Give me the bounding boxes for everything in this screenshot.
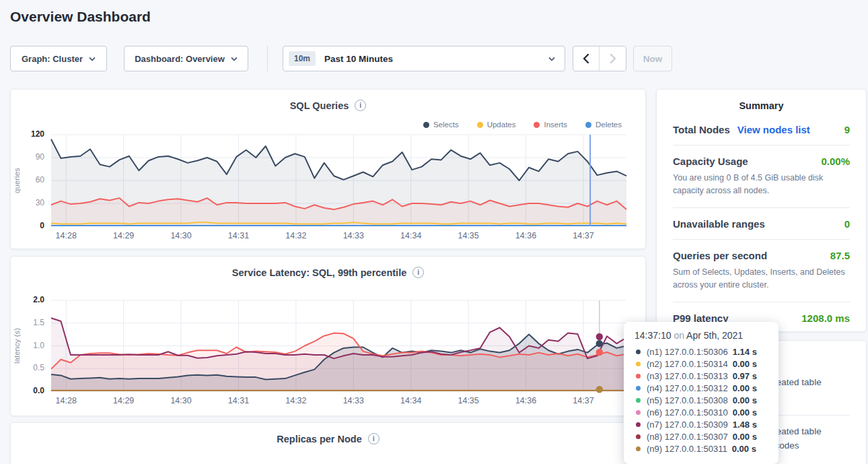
sql-queries-title: SQL Queries [290,100,349,111]
x-axis-tick: 14:29 [108,231,140,240]
y-axis-tick: 2.0 [33,295,44,304]
summary-label: Total Nodes [673,124,730,135]
tooltip-row: (n2) 127.0.0.1:503140.00 s [635,358,768,370]
y-axis-tick: 0 [40,221,44,230]
x-axis-tick: 14:30 [165,231,197,240]
x-axis-tick: 14:37 [567,396,600,405]
legend-label: Updates [487,121,516,129]
y-axis-tick: 30 [36,198,44,207]
sql-queries-chart[interactable]: 14:2814:2914:3014:3114:3214:3314:3414:35… [51,135,626,226]
view-nodes-list-link[interactable]: View nodes list [737,124,810,135]
node-address: (n3) 127.0.0.1:50313 [647,371,728,381]
legend-dot [534,122,540,128]
summary-value: 0.00% [821,156,850,167]
node-address: (n4) 127.0.0.1:50312 [647,383,728,393]
time-range-badge: 10m [289,51,316,66]
dashboard-dropdown-label: Dashboard: Overview [135,54,225,64]
tooltip-row: (n4) 127.0.0.1:503120.00 s [635,382,768,394]
replicas-title: Replicas per Node [277,434,362,444]
node-color-dot [636,350,641,354]
tooltip-row: (n6) 127.0.0.1:503100.00 s [635,406,768,418]
legend-item-updates[interactable]: Updates [477,121,516,129]
info-icon[interactable]: i [412,267,424,278]
hover-marker [596,333,603,340]
time-next-button[interactable] [600,46,626,71]
tooltip-row: (n1) 127.0.0.1:503061.14 s [635,345,768,358]
summary-row-total-nodes: Total Nodes View nodes list 9 [673,114,850,145]
chart-hover-tooltip: 14:37:10 on Apr 5th, 2021 (n1) 127.0.0.1… [624,322,779,464]
summary-panel: Summary Total Nodes View nodes list 9 Ca… [656,89,867,332]
node-color-dot [636,398,641,403]
chevron-down-icon [548,57,555,61]
x-axis-tick: 14:35 [452,396,484,405]
node-address: (n7) 127.0.0.1:50309 [647,420,728,430]
summary-title: Summary [657,90,866,114]
node-address: (n5) 127.0.0.1:50308 [647,395,728,405]
graph-dropdown[interactable]: Graph: Cluster [10,46,107,71]
x-axis-tick: 14:37 [567,231,600,240]
summary-row-qps: Queries per second 87.5 Sum of Selects, … [673,240,850,302]
x-axis-tick: 14:33 [337,396,369,405]
x-axis-tick: 14:35 [452,231,484,240]
y-axis-tick: 120 [31,129,44,139]
service-latency-chart[interactable]: 14:2814:2914:3014:3114:3214:3314:3414:35… [51,300,626,391]
replicas-card: Replicas per Node i [10,422,646,464]
legend-item-deletes[interactable]: Deletes [585,121,622,129]
node-color-dot [636,434,641,439]
summary-row-capacity: Capacity Usage 0.00% You are using 0 B o… [673,145,850,208]
time-range-dropdown[interactable]: 10m Past 10 Minutes [283,46,565,71]
chevron-left-icon [583,53,589,64]
page-title: Overview Dashboard [10,9,151,25]
hover-marker [596,340,603,347]
now-button[interactable]: Now [633,46,672,71]
x-axis-tick: 14:36 [510,231,542,240]
node-latency-value: 0.00 s [733,395,757,405]
service-latency-plot [51,300,626,391]
node-color-dot [636,446,641,451]
sql-queries-title-row: SQL Queries i [11,90,645,111]
node-latency-value: 0.00 s [732,444,756,454]
time-range-label: Past 10 Minutes [324,54,393,64]
summary-value: 1208.0 ms [801,312,850,324]
node-color-dot [636,410,641,415]
summary-value: 9 [844,124,850,135]
x-axis-tick: 14:32 [280,396,312,405]
service-latency-title: Service Latency: SQL, 99th percentile [232,267,407,278]
tooltip-rows: (n1) 127.0.0.1:503061.14 s(n2) 127.0.0.1… [635,345,768,455]
legend-item-inserts[interactable]: Inserts [534,121,567,129]
node-color-dot [636,374,641,378]
y-axis-tick: 60 [36,175,44,185]
summary-label: Capacity Usage [673,156,748,167]
y-axis-label: latency (s) [12,300,22,391]
y-axis-tick: 90 [36,152,44,162]
chevron-down-icon [89,57,96,61]
node-color-dot [636,386,641,391]
legend-dot [477,122,483,128]
info-icon[interactable]: i [355,100,366,111]
chevron-down-icon [231,57,238,61]
service-latency-title-row: Service Latency: SQL, 99th percentile i [11,257,645,278]
summary-desc: Sum of Selects, Updates, Inserts, and De… [673,266,850,292]
y-axis-tick: 0.0 [33,386,44,395]
legend-label: Deletes [595,121,622,129]
dashboard-dropdown[interactable]: Dashboard: Overview [124,46,248,71]
time-nav-group [573,46,626,71]
x-axis-tick: 14:29 [108,396,140,405]
y-axis-tick: 1.0 [33,341,44,350]
x-axis-tick: 14:34 [395,231,427,240]
hover-marker [596,386,603,393]
summary-value: 87.5 [830,250,850,261]
node-latency-value: 0.00 s [733,359,757,369]
y-axis-label: queries [12,135,22,226]
node-latency-value: 0.00 s [733,432,757,442]
tooltip-row: (n8) 127.0.0.1:503070.00 s [635,430,768,442]
node-address: (n6) 127.0.0.1:50310 [647,407,728,418]
legend-dot [423,122,429,128]
x-axis-tick: 14:34 [395,396,427,405]
tooltip-row: (n7) 127.0.0.1:503091.48 s [635,418,768,430]
legend-item-selects[interactable]: Selects [423,121,459,129]
tooltip-timestamp: 14:37:10 on Apr 5th, 2021 [635,330,768,341]
time-prev-button[interactable] [573,46,600,71]
info-icon[interactable]: i [368,433,379,444]
tooltip-row: (n9) 127.0.0.1:503110.00 s [635,442,768,455]
